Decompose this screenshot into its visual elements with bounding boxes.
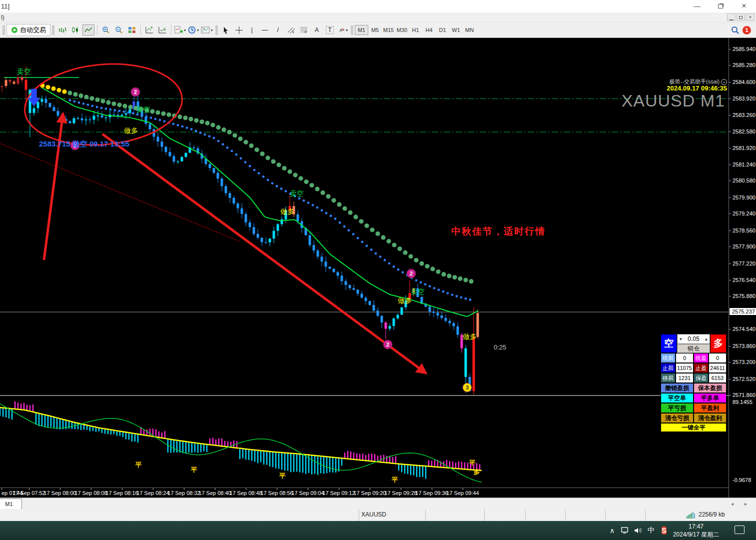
minimize-button[interactable]: — [690, 2, 705, 10]
shift-chart-button[interactable] [143, 24, 155, 36]
stat-label-2a[interactable]: 移损 [661, 373, 676, 383]
crosshair-tool-button[interactable] [233, 24, 245, 36]
panel-button-2-1[interactable]: 平盈利 [694, 403, 727, 413]
lot-increase-button[interactable]: ▲ [703, 337, 710, 342]
action-center-icon[interactable] [735, 526, 745, 534]
stat-value-1a[interactable]: 11075 [676, 363, 694, 373]
price-label: 2583.260 [733, 112, 756, 118]
zoom-in-button[interactable] [100, 24, 112, 36]
periods-button[interactable]: ▾ [187, 24, 199, 36]
tab-scroll-left-icon[interactable]: ◂ [731, 501, 734, 506]
chart-window[interactable]: 卖空卖空卖空卖空做多做多做多做多22223平平平平平多 极简--交易助手(ssa… [0, 38, 756, 498]
auto-trading-button[interactable]: 自动交易 [6, 24, 50, 36]
price-tick [729, 132, 731, 132]
traffic-icon [687, 512, 697, 518]
toolbar-grip[interactable] [52, 25, 54, 35]
fibonacci-tool-button[interactable]: F [298, 24, 310, 36]
svg-text:卖空: 卖空 [136, 106, 150, 114]
svg-text:做多: 做多 [124, 126, 138, 134]
sad-face-icon[interactable]: × [721, 79, 727, 85]
trendline-tool-button[interactable]: / [272, 24, 284, 36]
cursor-tool-button[interactable] [220, 24, 232, 36]
lot-size-value[interactable]: 0.05 [684, 336, 703, 342]
lot-decrease-button[interactable]: ▼ [678, 337, 684, 342]
price-label: 2577.900 [733, 244, 756, 250]
stat-label-0a[interactable]: 统损 [661, 353, 676, 363]
tile-windows-button[interactable] [126, 24, 138, 36]
mdi-restore-button[interactable] [737, 14, 745, 21]
sogou-tray-icon[interactable]: S [658, 526, 671, 536]
restore-button[interactable] [713, 2, 728, 10]
buy-button[interactable]: 多 [710, 334, 727, 353]
indicators-button[interactable]: ▾ [174, 24, 186, 36]
time-axis[interactable]: ep 07:4417 Sep 07:5217 Sep 08:0017 Sep 0… [0, 488, 729, 498]
close-all-button[interactable]: 一键全平 [661, 423, 727, 432]
lot-spinner: ▼ 0.05 ▲ [677, 334, 710, 344]
toolbar-grip[interactable] [215, 25, 218, 35]
taskbar-clock[interactable]: 17:47 2024/9/17 星期二 [672, 522, 720, 538]
panel-button-0-0[interactable]: 撤销盈损 [661, 383, 694, 393]
candlestick-chart-button[interactable] [69, 24, 81, 36]
label-tool-button[interactable]: T [324, 24, 336, 36]
templates-button[interactable]: ▾ [200, 24, 213, 36]
toolbar-grip[interactable] [2, 25, 5, 35]
tab-scroll-right-icon[interactable]: ▸ [745, 501, 747, 506]
timeframe-button-m5[interactable]: M5 [368, 25, 382, 35]
price-tick [729, 329, 731, 330]
svg-text:卖空: 卖空 [411, 288, 425, 296]
chart-canvas[interactable]: 卖空卖空卖空卖空做多做多做多做多22223平平平平平多 [0, 39, 729, 488]
stat-label-0b[interactable]: 统盈 [694, 353, 709, 363]
line-chart-button[interactable] [82, 24, 94, 36]
close-button[interactable]: × [737, 2, 752, 10]
timeframe-button-mn[interactable]: MN [463, 25, 476, 35]
panel-button-3-0[interactable]: 清仓亏损 [661, 413, 694, 423]
sell-button[interactable]: 空 [661, 334, 677, 353]
current-price-box: 2575.237 [730, 308, 756, 315]
bar-chart-button[interactable] [56, 24, 68, 36]
price-label: 2573.200 [733, 359, 756, 365]
timeframe-button-m1[interactable]: M1 [355, 25, 368, 35]
price-label: 2581.920 [733, 145, 756, 151]
timeframe-button-h4[interactable]: H4 [422, 25, 436, 35]
toolbar-grip[interactable] [351, 25, 353, 35]
timeframe-button-d1[interactable]: D1 [436, 25, 449, 35]
channel-tool-button[interactable]: E [285, 24, 297, 36]
text-tool-button[interactable]: A [311, 24, 323, 36]
volume-icon[interactable] [632, 527, 645, 534]
time-label: 17 Sep 09:36 [415, 490, 448, 496]
mdi-close-button[interactable]: × [746, 14, 755, 21]
lock-position-button[interactable]: 锁仓 [677, 344, 710, 353]
ime-indicator[interactable]: 中 [645, 526, 658, 535]
panel-button-1-1[interactable]: 平多单 [694, 393, 727, 403]
timeframe-button-w1[interactable]: W1 [449, 25, 463, 35]
timeframe-button-m15[interactable]: M15 [382, 25, 395, 35]
application-window: 11] — × l) ▁ × 自动交易 ▾ ▾ ▾ | [0, 0, 756, 540]
vertical-line-tool-button[interactable]: | [246, 24, 258, 36]
stat-value-0a[interactable]: 0 [676, 353, 694, 363]
stat-value-0b[interactable]: 0 [709, 353, 727, 363]
stat-value-1b[interactable]: 24611 [709, 363, 727, 373]
timeframe-button-m30[interactable]: M30 [395, 25, 409, 35]
stat-label-1b[interactable]: 止盈 [694, 363, 709, 373]
panel-button-1-0[interactable]: 平空单 [661, 393, 694, 403]
timeframe-button-h1[interactable]: H1 [409, 25, 422, 35]
network-icon[interactable] [619, 527, 632, 534]
chart-tab-m1[interactable]: M1 [0, 498, 22, 510]
stat-value-2b[interactable]: 6153 [709, 373, 727, 383]
panel-button-2-0[interactable]: 平亏损 [661, 403, 694, 413]
horizontal-line-tool-button[interactable]: — [259, 24, 271, 36]
search-button[interactable] [729, 24, 741, 36]
arrows-tool-button[interactable]: ▾ [337, 24, 349, 36]
mdi-minimize-button[interactable]: ▁ [727, 14, 736, 21]
price-tick [729, 65, 731, 66]
stat-label-1a[interactable]: 止损 [661, 363, 676, 373]
zoom-out-button[interactable] [113, 24, 125, 36]
notification-badge[interactable]: 1 [743, 26, 751, 34]
stat-label-2b[interactable]: 保盈 [694, 373, 709, 383]
panel-button-0-1[interactable]: 保本盈损 [694, 383, 727, 393]
price-axis[interactable]: 2585.9402585.2802584.6002583.9202583.260… [729, 38, 756, 498]
tray-expand-icon[interactable]: ∧ [606, 526, 619, 534]
panel-button-3-1[interactable]: 清仓盈利 [694, 413, 727, 423]
stat-value-2a[interactable]: 1231 [676, 373, 694, 383]
auto-scroll-button[interactable] [156, 24, 168, 36]
